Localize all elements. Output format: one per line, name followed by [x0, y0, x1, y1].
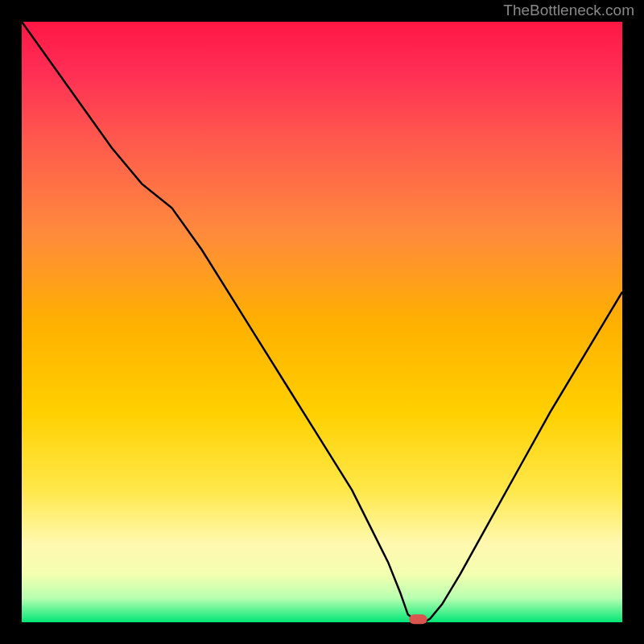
- watermark-text: TheBottleneck.com: [503, 2, 634, 19]
- optimum-marker: [409, 614, 427, 624]
- chart-svg: [0, 0, 644, 644]
- plot-area: [22, 22, 622, 622]
